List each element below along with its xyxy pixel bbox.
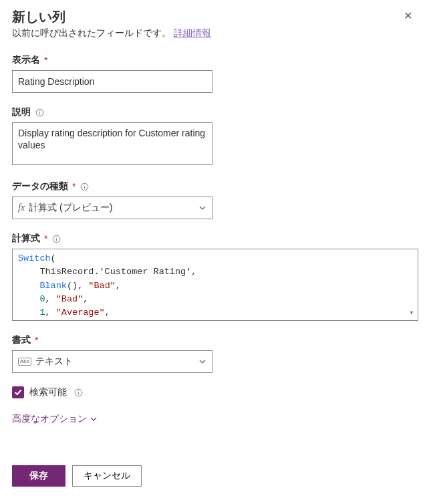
checkmark-icon xyxy=(14,388,22,396)
formula-token: ThisRecord.'Customer Rating' xyxy=(39,267,191,277)
fx-icon: fx xyxy=(18,203,25,213)
chevron-down-icon xyxy=(198,358,206,366)
advanced-label: 高度なオプション xyxy=(12,413,87,425)
save-button[interactable]: 保存 xyxy=(12,465,65,487)
panel-header: 新しい列 ✕ xyxy=(12,8,415,27)
formula-editor[interactable]: Switch( ThisRecord.'Customer Rating', Bl… xyxy=(12,249,418,321)
info-icon[interactable] xyxy=(51,234,61,243)
data-type-select[interactable]: fx 計算式 (プレビュー) xyxy=(12,197,212,219)
chevron-down-icon xyxy=(198,204,206,212)
button-row: 保存 キャンセル xyxy=(12,465,415,487)
formula-token: , xyxy=(191,267,196,277)
required-asterisk: * xyxy=(44,55,47,66)
subtitle-text: 以前に呼び出されたフィールドです。 xyxy=(12,27,174,38)
close-button[interactable]: ✕ xyxy=(401,8,415,24)
formula-token: 1 xyxy=(39,307,45,318)
close-icon: ✕ xyxy=(404,10,412,21)
data-type-select-value: fx 計算式 (プレビュー) xyxy=(18,202,112,214)
format-label: 書式* xyxy=(12,334,415,346)
required-asterisk: * xyxy=(72,181,76,192)
searchable-label: 検索可能 xyxy=(29,386,67,398)
required-asterisk: * xyxy=(35,335,38,346)
formula-field: 計算式* Switch( ThisRecord.'Customer Rating… xyxy=(12,233,415,321)
description-label: 説明 xyxy=(12,106,415,118)
format-label-text: 書式 xyxy=(12,334,31,346)
formula-token: , xyxy=(78,281,83,291)
chevron-down-icon xyxy=(90,415,98,423)
searchable-row: 検索可能 xyxy=(12,386,415,398)
searchable-checkbox[interactable] xyxy=(12,386,24,398)
required-asterisk: * xyxy=(44,233,47,244)
formula-token: , xyxy=(45,307,51,318)
formula-token: "Bad" xyxy=(88,281,116,291)
new-column-panel: 新しい列 ✕ 以前に呼び出されたフィールドです。 詳細情報 表示名* 説明 Di… xyxy=(0,0,427,500)
svg-point-8 xyxy=(56,237,57,237)
description-label-text: 説明 xyxy=(12,106,31,118)
info-icon[interactable] xyxy=(35,108,44,117)
svg-point-5 xyxy=(84,184,85,185)
format-select[interactable]: Abc テキスト xyxy=(12,350,212,373)
data-type-field: データの種類* fx 計算式 (プレビュー) xyxy=(12,180,415,219)
description-field: 説明 Display rating description for Custom… xyxy=(12,106,415,167)
format-select-value: Abc テキスト xyxy=(18,356,73,368)
formula-label: 計算式* xyxy=(12,233,415,245)
formula-token: , xyxy=(105,307,110,318)
formula-token: , xyxy=(83,294,88,304)
display-name-input[interactable] xyxy=(12,70,212,93)
advanced-options-toggle[interactable]: 高度なオプション xyxy=(12,413,415,425)
format-value-text: テキスト xyxy=(35,356,73,368)
info-icon[interactable] xyxy=(74,388,83,397)
formula-token: Blank xyxy=(39,281,67,291)
formula-token: "Bad" xyxy=(56,294,84,304)
format-field: 書式* Abc テキスト xyxy=(12,334,415,373)
description-input[interactable]: Display rating description for Customer … xyxy=(12,122,212,165)
formula-token: 0 xyxy=(39,294,45,304)
panel-subtitle: 以前に呼び出されたフィールドです。 詳細情報 xyxy=(12,27,415,39)
display-name-field: 表示名* xyxy=(12,54,415,93)
svg-point-11 xyxy=(78,390,79,391)
data-type-label: データの種類* xyxy=(12,180,415,193)
text-type-icon: Abc xyxy=(18,358,31,366)
display-name-label-text: 表示名 xyxy=(12,54,40,66)
formula-token: , xyxy=(116,281,121,291)
formula-label-text: 計算式 xyxy=(12,233,40,245)
display-name-label: 表示名* xyxy=(12,54,415,66)
resize-handle-icon: ▾ xyxy=(409,307,414,319)
learn-more-link[interactable]: 詳細情報 xyxy=(174,27,211,38)
formula-token: "Average" xyxy=(56,307,105,318)
formula-token: ( xyxy=(51,253,56,263)
formula-token: , xyxy=(45,294,51,304)
panel-title: 新しい列 xyxy=(12,8,65,26)
svg-point-2 xyxy=(39,110,40,111)
data-type-value-text: 計算式 (プレビュー) xyxy=(29,202,112,214)
info-icon[interactable] xyxy=(80,182,89,191)
formula-token: Switch xyxy=(18,253,51,263)
data-type-label-text: データの種類 xyxy=(12,180,68,193)
cancel-button[interactable]: キャンセル xyxy=(72,465,142,487)
